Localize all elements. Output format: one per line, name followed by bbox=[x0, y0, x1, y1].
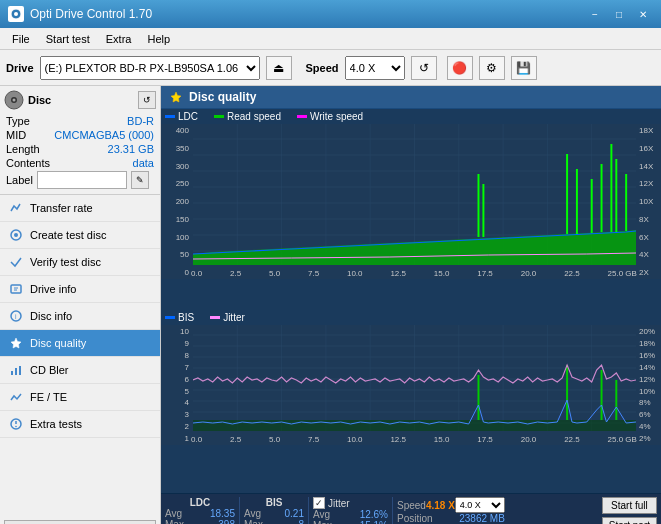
bottom-chart: BIS Jitter 10987654321 bbox=[161, 310, 661, 493]
nav-transfer-rate[interactable]: Transfer rate bbox=[0, 195, 160, 222]
start-part-button[interactable]: Start part bbox=[602, 517, 657, 524]
bis-avg-row: Avg 0.21 bbox=[244, 508, 304, 519]
disc-mid-row: MID CMCMAGBA5 (000) bbox=[4, 128, 156, 142]
top-chart-x-axis: 0.02.55.07.510.012.515.017.520.022.525.0… bbox=[191, 268, 637, 279]
speed-stats-select[interactable]: 4.0 X bbox=[455, 497, 505, 513]
disc-label-input[interactable] bbox=[37, 171, 127, 189]
legend-read-speed-label: Read speed bbox=[227, 111, 281, 122]
speed-label: Speed bbox=[306, 62, 339, 74]
options-button1[interactable]: 🔴 bbox=[447, 56, 473, 80]
eject-button[interactable]: ⏏ bbox=[266, 56, 292, 80]
jitter-legend-dot bbox=[210, 316, 220, 319]
speed-stats-col: Speed 4.18 X 4.0 X Position 23862 MB Sam… bbox=[397, 497, 505, 524]
close-button[interactable]: ✕ bbox=[633, 4, 653, 24]
maximize-button[interactable]: □ bbox=[609, 4, 629, 24]
bis-legend-dot bbox=[165, 316, 175, 319]
disc-mid-label: MID bbox=[6, 129, 26, 141]
refresh-button[interactable]: ↺ bbox=[411, 56, 437, 80]
ldc-max-value: 398 bbox=[218, 519, 235, 524]
speed-stats-label: Speed bbox=[397, 500, 426, 511]
read-speed-legend-dot bbox=[214, 115, 224, 118]
ldc-avg-row: Avg 18.35 bbox=[165, 508, 235, 519]
nav-verify-test-disc[interactable]: Verify test disc bbox=[0, 249, 160, 276]
disc-length-label: Length bbox=[6, 143, 40, 155]
sidebar: Disc ↺ Type BD-R MID CMCMAGBA5 (000) Len… bbox=[0, 86, 161, 524]
jitter-checkbox[interactable]: ✓ bbox=[313, 497, 325, 509]
speed-select[interactable]: 4.0 X bbox=[345, 56, 405, 80]
bottom-chart-svg bbox=[193, 325, 636, 431]
nav-verify-test-disc-label: Verify test disc bbox=[30, 256, 101, 268]
svg-rect-13 bbox=[11, 371, 13, 375]
nav-cd-bler[interactable]: CD Bler bbox=[0, 357, 160, 384]
disc-contents-row: Contents data bbox=[4, 156, 156, 170]
start-full-button[interactable]: Start full bbox=[602, 497, 657, 514]
menu-help[interactable]: Help bbox=[139, 31, 178, 47]
nav-create-test-disc[interactable]: Create test disc bbox=[0, 222, 160, 249]
top-chart-y-axis-right: 18X16X14X12X10X8X6X4X2X bbox=[637, 124, 661, 279]
nav-extra-tests-label: Extra tests bbox=[30, 418, 82, 430]
svg-point-4 bbox=[13, 99, 16, 102]
nav-section: Transfer rate Create test disc Verify te… bbox=[0, 195, 160, 516]
disc-label-button[interactable]: ✎ bbox=[131, 171, 149, 189]
legend-ldc-label: LDC bbox=[178, 111, 198, 122]
nav-disc-quality[interactable]: Disc quality bbox=[0, 330, 160, 357]
disc-info-icon: i bbox=[8, 308, 24, 324]
speed-stats-value: 4.18 X bbox=[426, 500, 455, 511]
speed-row: Speed 4.18 X 4.0 X bbox=[397, 497, 505, 513]
svg-marker-12 bbox=[11, 338, 21, 348]
disc-contents-label: Contents bbox=[6, 157, 50, 169]
menu-start-test[interactable]: Start test bbox=[38, 31, 98, 47]
disc-type-row: Type BD-R bbox=[4, 114, 156, 128]
titlebar: Opti Drive Control 1.70 − □ ✕ bbox=[0, 0, 661, 28]
legend-bis: BIS bbox=[165, 312, 194, 323]
disc-quality-icon bbox=[8, 335, 24, 351]
minimize-button[interactable]: − bbox=[585, 4, 605, 24]
legend-jitter-label: Jitter bbox=[223, 312, 245, 323]
verify-test-disc-icon bbox=[8, 254, 24, 270]
options-button2[interactable]: ⚙ bbox=[479, 56, 505, 80]
bis-stats-header: BIS bbox=[244, 497, 304, 508]
svg-point-18 bbox=[15, 426, 17, 428]
svg-text:i: i bbox=[15, 313, 17, 320]
create-test-disc-icon bbox=[8, 227, 24, 243]
nav-drive-info[interactable]: Drive info bbox=[0, 276, 160, 303]
nav-extra-tests[interactable]: Extra tests bbox=[0, 411, 160, 438]
divider3 bbox=[392, 497, 393, 524]
nav-drive-info-label: Drive info bbox=[30, 283, 76, 295]
disc-panel-title: Disc bbox=[28, 94, 51, 106]
top-chart-area bbox=[193, 124, 636, 265]
nav-disc-info[interactable]: i Disc info bbox=[0, 303, 160, 330]
drive-label: Drive bbox=[6, 62, 34, 74]
svg-point-6 bbox=[14, 233, 18, 237]
jitter-max-row: Max 15.1% bbox=[313, 520, 388, 524]
disc-panel: Disc ↺ Type BD-R MID CMCMAGBA5 (000) Len… bbox=[0, 86, 160, 195]
bis-max-value: 8 bbox=[298, 519, 304, 524]
window-controls: − □ ✕ bbox=[585, 4, 653, 24]
drivebar: Drive (E:) PLEXTOR BD-R PX-LB950SA 1.06 … bbox=[0, 50, 661, 86]
menu-file[interactable]: File bbox=[4, 31, 38, 47]
save-button[interactable]: 💾 bbox=[511, 56, 537, 80]
nav-create-test-disc-label: Create test disc bbox=[30, 229, 106, 241]
avg-label-bis: Avg bbox=[244, 508, 261, 519]
legend-write-speed-label: Write speed bbox=[310, 111, 363, 122]
fe-te-icon bbox=[8, 389, 24, 405]
ldc-legend-dot bbox=[165, 115, 175, 118]
top-chart-svg bbox=[193, 124, 636, 265]
disc-refresh-button[interactable]: ↺ bbox=[138, 91, 156, 109]
bottom-stats-area: LDC Avg 18.35 Max 398 Total 7006754 bbox=[161, 493, 661, 524]
charts-area: LDC Read speed Write speed bbox=[161, 109, 661, 524]
nav-fe-te[interactable]: FE / TE bbox=[0, 384, 160, 411]
disc-length-row: Length 23.31 GB bbox=[4, 142, 156, 156]
write-speed-legend-dot bbox=[297, 115, 307, 118]
bis-stats-col: BIS Avg 0.21 Max 8 Total 78304 bbox=[244, 497, 304, 524]
status-window-button[interactable]: Status window >> bbox=[4, 520, 156, 524]
bottom-chart-area bbox=[193, 325, 636, 431]
avg-label-jitter: Avg bbox=[313, 509, 330, 520]
drive-select[interactable]: (E:) PLEXTOR BD-R PX-LB950SA 1.06 bbox=[40, 56, 260, 80]
nav-transfer-rate-label: Transfer rate bbox=[30, 202, 93, 214]
divider2 bbox=[308, 497, 309, 524]
nav-cd-bler-label: CD Bler bbox=[30, 364, 69, 376]
menu-extra[interactable]: Extra bbox=[98, 31, 140, 47]
main-area: Disc ↺ Type BD-R MID CMCMAGBA5 (000) Len… bbox=[0, 86, 661, 524]
bottom-chart-y-axis-left: 10987654321 bbox=[161, 325, 191, 445]
